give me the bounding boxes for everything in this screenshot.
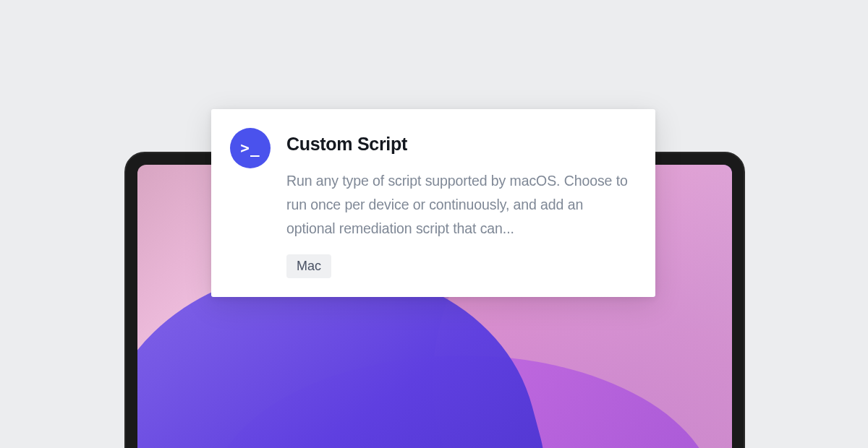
custom-script-card[interactable]: >_ Custom Script Run any type of script … bbox=[211, 109, 655, 297]
card-description: Run any type of script supported by macO… bbox=[286, 169, 634, 240]
platform-badge-mac: Mac bbox=[286, 254, 331, 278]
terminal-icon: >_ bbox=[230, 128, 271, 168]
card-content: Custom Script Run any type of script sup… bbox=[286, 129, 634, 278]
card-title: Custom Script bbox=[286, 134, 634, 155]
